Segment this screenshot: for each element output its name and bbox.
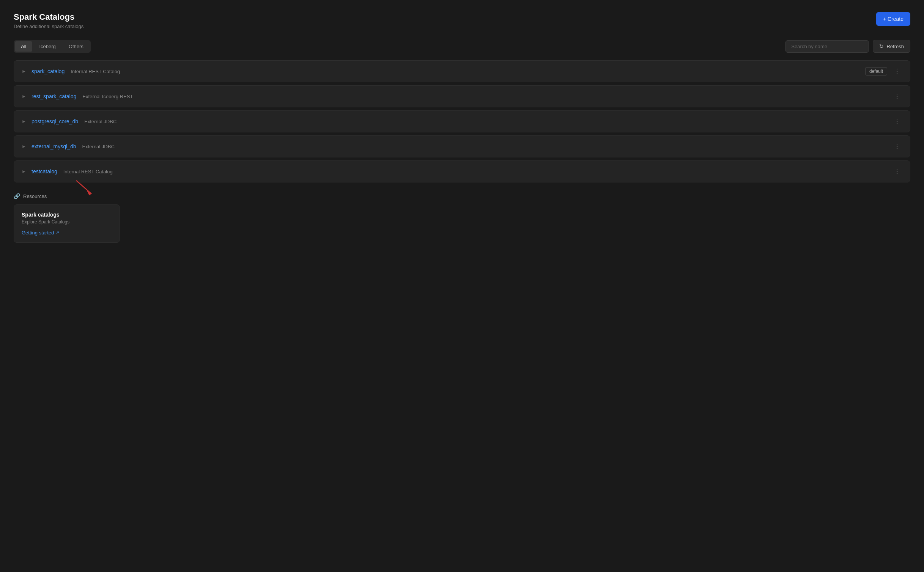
more-menu-button[interactable]: ⋮	[891, 142, 903, 151]
create-button-label: + Create	[883, 16, 904, 22]
svg-line-0	[76, 181, 91, 194]
catalog-name: rest_spark_catalog	[32, 93, 76, 99]
catalog-list: ► spark_catalog Internal REST Catalog de…	[14, 60, 910, 182]
filter-tabs: All Iceberg Others	[14, 40, 91, 53]
create-button[interactable]: + Create	[876, 12, 910, 26]
tab-all[interactable]: All	[15, 41, 32, 52]
catalog-name: postgresql_core_db	[32, 118, 78, 124]
chevron-right-icon: ►	[21, 119, 27, 124]
external-link-icon: ↗	[56, 230, 59, 235]
catalog-name: external_mysql_db	[32, 143, 76, 149]
resources-card: Spark catalogs Explore Spark Catalogs Ge…	[14, 204, 120, 243]
tab-iceberg[interactable]: Iceberg	[33, 41, 61, 52]
refresh-icon: ↻	[879, 43, 884, 49]
page-title: Spark Catalogs	[14, 12, 84, 22]
tab-others[interactable]: Others	[63, 41, 90, 52]
refresh-button[interactable]: ↻ Refresh	[873, 40, 910, 53]
catalog-type: Internal REST Catalog	[71, 69, 120, 74]
default-badge: default	[865, 67, 887, 75]
catalog-type: External JDBC	[84, 119, 117, 124]
catalog-row[interactable]: ► testcatalog Internal REST Catalog ⋮	[14, 160, 910, 182]
catalog-type: Internal REST Catalog	[63, 169, 113, 174]
catalog-name: testcatalog	[32, 168, 57, 174]
more-menu-button[interactable]: ⋮	[891, 92, 903, 101]
chevron-right-icon: ►	[21, 94, 27, 99]
catalog-name: spark_catalog	[32, 68, 65, 74]
search-input[interactable]	[785, 40, 869, 53]
page-subtitle: Define additional spark catalogs	[14, 24, 84, 29]
resources-section: 🔗 Resources Spark catalogs Explore Spark…	[14, 193, 910, 243]
resources-label: Resources	[23, 193, 47, 199]
chevron-right-icon: ►	[21, 169, 27, 174]
resources-card-description: Explore Spark Catalogs	[22, 219, 112, 225]
getting-started-link[interactable]: Getting started ↗	[22, 230, 112, 236]
catalog-row[interactable]: ► postgresql_core_db External JDBC ⋮	[14, 110, 910, 132]
more-menu-button[interactable]: ⋮	[891, 67, 903, 76]
resources-card-title: Spark catalogs	[22, 212, 112, 218]
catalog-row[interactable]: ► rest_spark_catalog External Iceberg RE…	[14, 85, 910, 107]
more-menu-button[interactable]: ⋮	[891, 167, 903, 176]
chevron-right-icon: ►	[21, 144, 27, 149]
catalog-type: External JDBC	[82, 144, 115, 149]
catalog-row[interactable]: ► spark_catalog Internal REST Catalog de…	[14, 60, 910, 82]
resources-link-icon: 🔗	[14, 193, 20, 199]
chevron-right-icon: ►	[21, 69, 27, 74]
refresh-label: Refresh	[886, 44, 904, 49]
more-menu-button[interactable]: ⋮	[891, 117, 903, 126]
getting-started-label: Getting started	[22, 230, 54, 236]
catalog-row[interactable]: ► external_mysql_db External JDBC ⋮	[14, 135, 910, 157]
catalog-type: External Iceberg REST	[82, 94, 133, 99]
